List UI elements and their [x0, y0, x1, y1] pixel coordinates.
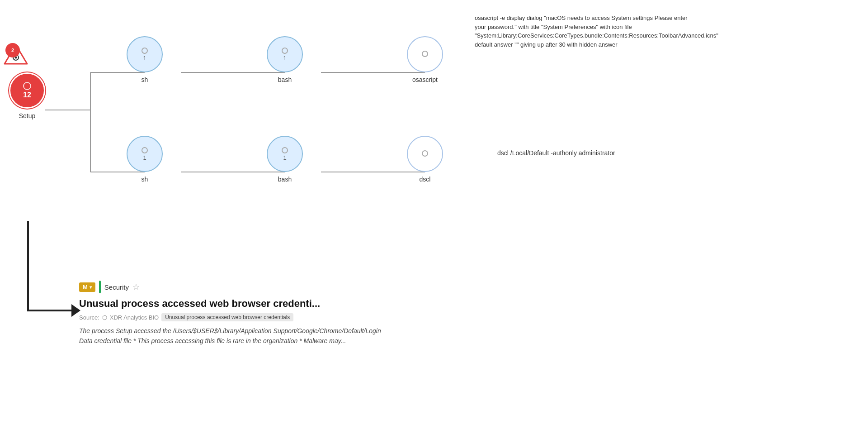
sh-top-count: 1: [143, 55, 146, 62]
xdr-icon: ⬡: [102, 314, 107, 321]
circle-icon-bash-top: [282, 48, 288, 54]
sh-bottom-count: 1: [143, 154, 146, 161]
sh-top-label: sh: [142, 76, 148, 83]
circle-icon-bash-bottom: [282, 147, 288, 153]
arrow-down: [27, 221, 29, 311]
star-button[interactable]: ☆: [132, 282, 140, 292]
root-circle[interactable]: 12: [9, 72, 45, 109]
bash-bottom-count: 1: [283, 154, 286, 161]
node-sh-top[interactable]: 1 sh: [127, 36, 163, 83]
sh-bottom-label: sh: [142, 176, 148, 183]
source-label: Source:: [79, 314, 99, 321]
alert-card: M ▾ Security ☆ Unusual process accessed …: [79, 281, 396, 346]
severity-chevron: ▾: [90, 285, 92, 290]
root-count: 12: [23, 91, 31, 99]
node-bash-top[interactable]: 1 bash: [267, 36, 303, 83]
severity-label: M: [83, 284, 88, 291]
info-box-bottom: dscl /Local/Default -authonly administra…: [497, 149, 615, 157]
root-label: Setup: [19, 112, 36, 119]
dscl-label: dscl: [420, 176, 431, 183]
alert-description: The process Setup accessed the /Users/$U…: [79, 326, 396, 346]
tooltip-chip: Unusual process accessed web browser cre…: [161, 313, 293, 321]
node-sh-bottom[interactable]: 1 sh: [127, 136, 163, 183]
source-name: XDR Analytics BIO: [110, 314, 159, 321]
severity-badge[interactable]: M ▾: [79, 282, 95, 292]
circle-icon-sh-bottom: [142, 147, 148, 153]
sh-top-circle[interactable]: 1: [127, 36, 163, 72]
alert-source-row: Source: ⬡ XDR Analytics BIO Unusual proc…: [79, 313, 396, 321]
bash-bottom-label: bash: [278, 176, 292, 183]
osascript-label: osascript: [412, 76, 438, 83]
osascript-circle[interactable]: [407, 36, 443, 72]
sh-bottom-circle[interactable]: 1: [127, 136, 163, 172]
circle-icon-sh-top: [142, 48, 148, 54]
bash-top-label: bash: [278, 76, 292, 83]
main-container: 2 12 Setup 1 sh 1 bash: [0, 0, 868, 425]
node-setup[interactable]: 12 Setup: [9, 72, 45, 119]
alert-title[interactable]: Unusual process accessed web browser cre…: [79, 298, 396, 310]
info-box-bottom-text: dscl /Local/Default -authonly administra…: [497, 149, 615, 157]
security-tag: Security: [104, 283, 129, 291]
info-box-top-text: osascript -e display dialog "macOS needs…: [475, 14, 718, 48]
alert-count-badge: 2: [5, 43, 20, 57]
green-bar: [99, 281, 101, 293]
bash-top-count: 1: [283, 55, 286, 62]
circle-icon-osascript: [422, 51, 428, 57]
bash-top-circle[interactable]: 1: [267, 36, 303, 72]
node-dscl[interactable]: dscl: [407, 136, 443, 183]
dscl-circle[interactable]: [407, 136, 443, 172]
circle-icon-root: [23, 82, 31, 90]
alert-card-header: M ▾ Security ☆: [79, 281, 396, 293]
info-box-top: osascript -e display dialog "macOS needs…: [475, 14, 692, 49]
node-bash-bottom[interactable]: 1 bash: [267, 136, 303, 183]
alert-count: 2: [11, 48, 14, 53]
circle-icon-dscl: [422, 150, 428, 157]
node-osascript[interactable]: osascript: [407, 36, 443, 83]
arrow-right: [27, 310, 77, 311]
bash-bottom-circle[interactable]: 1: [267, 136, 303, 172]
